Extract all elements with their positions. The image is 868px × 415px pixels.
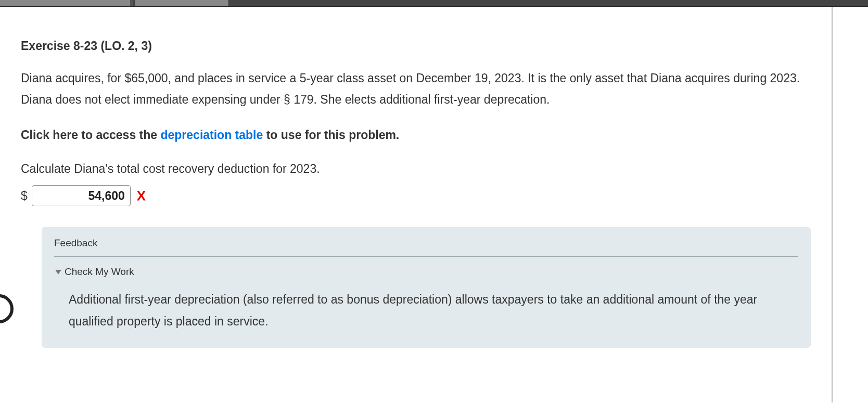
feedback-label: Feedback [54, 237, 798, 257]
check-my-work-label: Check My Work [65, 266, 134, 278]
currency-symbol: $ [21, 189, 28, 203]
depreciation-table-link[interactable]: depreciation table [160, 128, 263, 142]
tab-segment [135, 0, 229, 6]
annotation-circle [0, 294, 14, 323]
incorrect-icon: X [137, 188, 146, 204]
check-my-work-toggle[interactable]: Check My Work [54, 266, 798, 278]
feedback-text: Additional first-year depreciation (also… [54, 289, 798, 332]
exercise-body: Diana acquires, for $65,000, and places … [21, 68, 811, 111]
triangle-down-icon [55, 270, 61, 274]
instruction-post: to use for this problem. [263, 128, 399, 142]
instruction-line: Click here to access the depreciation ta… [21, 125, 811, 145]
answer-row: $ X [21, 185, 811, 206]
answer-input[interactable] [32, 185, 131, 206]
exercise-title: Exercise 8-23 (LO. 2, 3) [21, 39, 811, 53]
question-panel: Exercise 8-23 (LO. 2, 3) Diana acquires,… [0, 7, 833, 403]
question-prompt: Calculate Diana's total cost recovery de… [21, 159, 811, 179]
feedback-box: Feedback Check My Work Additional first-… [42, 227, 811, 348]
window-tab-strip [0, 0, 868, 7]
instruction-pre: Click here to access the [21, 128, 160, 142]
